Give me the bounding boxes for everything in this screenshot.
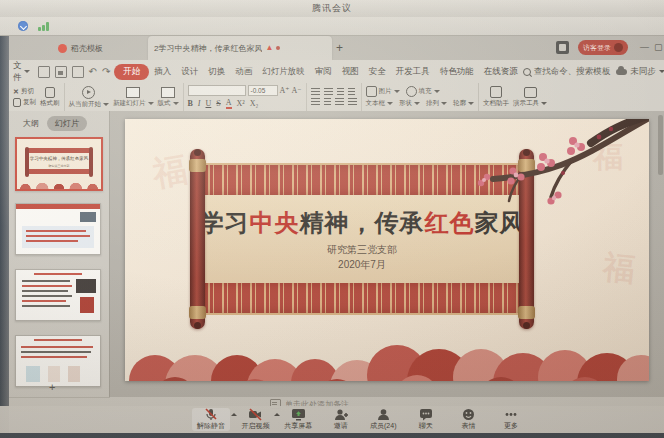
present-tools-button[interactable]: 演示工具 <box>513 87 547 108</box>
slide-thumbnail-2[interactable] <box>15 203 101 255</box>
superscript-button[interactable]: X² <box>237 99 245 108</box>
tab-online-resources[interactable]: 在线资源 <box>479 64 523 80</box>
add-slide-button[interactable]: + <box>49 381 55 393</box>
tab-design[interactable]: 设计 <box>176 64 203 80</box>
minimize-button[interactable]: — <box>640 43 649 52</box>
share-screen-button[interactable]: 共享屏幕 <box>281 408 315 431</box>
subscript-button[interactable]: X₂ <box>250 99 259 108</box>
cut-button[interactable]: ✕剪切 <box>13 87 36 96</box>
guest-login-button[interactable]: 访客登录 <box>578 40 628 55</box>
maximize-button[interactable]: ▢ <box>654 43 663 52</box>
meeting-shield-icon[interactable] <box>18 21 28 31</box>
outline-button[interactable]: 轮廓 <box>453 99 474 108</box>
network-signal-icon[interactable] <box>38 22 52 31</box>
tab-features[interactable]: 特色功能 <box>435 64 479 80</box>
paragraph-group <box>307 83 362 111</box>
line-spacing-icon[interactable] <box>348 98 357 106</box>
tab-document[interactable]: 2学习中央精神，传承红色家风 ▲ <box>148 36 332 60</box>
chat-button[interactable]: 聊天 <box>409 408 443 431</box>
play-from-current-button[interactable]: 从当前开始 <box>69 86 110 109</box>
align-left-icon[interactable] <box>311 98 320 106</box>
bold-button[interactable]: B <box>188 99 193 108</box>
unmute-button[interactable]: 解除静音 <box>192 408 230 431</box>
caret-up-icon[interactable] <box>274 413 280 416</box>
align-right-icon[interactable] <box>335 98 344 106</box>
strikethrough-button[interactable]: S <box>216 99 220 108</box>
cloud-scallop-border <box>125 323 649 381</box>
outline-tab[interactable]: 大纲 <box>23 118 39 129</box>
picture-button[interactable]: 图片 <box>366 86 400 97</box>
shapes-button[interactable]: 形状 <box>399 99 420 108</box>
slide-group: 从当前开始 新建幻灯片 版式 <box>65 83 184 111</box>
underline-button[interactable]: U <box>206 99 212 108</box>
align-center-icon[interactable] <box>324 98 331 106</box>
arrange-button[interactable]: 排列 <box>426 99 447 108</box>
invite-button[interactable]: 邀请 <box>324 408 358 431</box>
new-file-icon[interactable] <box>38 66 50 78</box>
slide-subtitle-2[interactable]: 2020年7月 <box>338 258 386 272</box>
copy-button[interactable]: 复制 <box>13 98 36 107</box>
font-size-input[interactable]: -0.05 <box>248 85 278 96</box>
chat-icon <box>419 408 433 421</box>
tab-docer-templates[interactable]: 稻壳模板 <box>58 36 103 60</box>
bullet-list-icon[interactable] <box>311 88 320 96</box>
layout-icon <box>161 87 175 98</box>
canvas-scrollbar[interactable] <box>658 115 663 175</box>
cloud-icon <box>616 69 627 75</box>
monitor-icon <box>524 87 537 98</box>
slide-thumbnail-1-selected[interactable]: 学习中央精神，传承红色家风 研究第三党支部 <box>15 137 103 191</box>
guest-login-label: 访客登录 <box>583 43 611 53</box>
tab-devtools[interactable]: 开发工具 <box>391 64 435 80</box>
font-name-input[interactable] <box>188 85 246 96</box>
share-screen-icon <box>291 408 306 421</box>
emoji-button[interactable]: 表情 <box>451 408 485 431</box>
tab-transition[interactable]: 切换 <box>203 64 230 80</box>
clipboard-group: ✕剪切 复制 格式刷 <box>9 83 65 111</box>
undo-icon[interactable]: ↶ <box>89 67 97 77</box>
command-search[interactable]: 查找命令、搜索模板 <box>523 66 611 78</box>
more-button[interactable]: 更多 <box>494 408 528 431</box>
indent-increase-icon[interactable] <box>348 88 355 96</box>
tab-document-label: 2学习中央精神，传承红色家风 <box>154 43 262 54</box>
tab-docer-label: 稻壳模板 <box>71 43 103 54</box>
doc-assistant-button[interactable]: 文档助手 <box>483 86 509 108</box>
slide-thumbnail-3[interactable] <box>15 269 101 321</box>
quick-access-toolbar: ↶ ↷ <box>38 66 111 78</box>
menu-row: 文件 ↶ ↷ 开始 插入 设计 切换 动画 幻灯片放映 审阅 视图 安全 开发工… <box>9 60 664 83</box>
picture-icon <box>366 86 377 97</box>
tab-slideshow[interactable]: 幻灯片放映 <box>257 64 310 80</box>
tab-insert[interactable]: 插入 <box>149 64 176 80</box>
chevron-down-icon <box>148 102 154 105</box>
redo-icon[interactable]: ↷ <box>102 67 110 77</box>
members-button[interactable]: 成员(24) <box>366 408 400 431</box>
slides-tab[interactable]: 幻灯片 <box>47 116 87 131</box>
print-icon[interactable] <box>72 66 84 78</box>
new-slide-button[interactable]: 新建幻灯片 <box>113 87 154 108</box>
start-video-button[interactable]: 开启视频 <box>239 408 273 431</box>
tab-review[interactable]: 审阅 <box>310 64 337 80</box>
indent-decrease-icon[interactable] <box>337 88 344 96</box>
file-menu-button[interactable]: 文件 <box>13 60 30 84</box>
slide-thumbnail-4[interactable] <box>15 335 101 387</box>
decrease-font-icon[interactable]: A⁻ <box>292 86 302 95</box>
format-painter-button[interactable]: 格式刷 <box>40 87 60 108</box>
sync-status-button[interactable]: 未同步 <box>616 66 664 78</box>
font-color-button[interactable]: A <box>226 98 232 109</box>
italic-button[interactable]: I <box>198 99 201 108</box>
tab-animation[interactable]: 动画 <box>230 64 257 80</box>
window-badge-icon[interactable] <box>556 41 569 54</box>
new-tab-button[interactable]: + <box>336 36 343 60</box>
tab-view[interactable]: 视图 <box>337 64 364 80</box>
save-icon[interactable] <box>55 66 67 78</box>
layout-button[interactable]: 版式 <box>158 87 179 108</box>
fill-button[interactable]: 填充 <box>406 86 440 97</box>
slide-subtitle-1[interactable]: 研究第三党支部 <box>327 243 397 257</box>
number-list-icon[interactable] <box>324 88 333 96</box>
caret-up-icon[interactable] <box>231 413 237 416</box>
tab-home[interactable]: 开始 <box>114 64 149 80</box>
slide-editor[interactable]: 福 福 福 福 学习中央精神，传承红色家风 研究第三党支部 2020年7月 <box>125 119 649 381</box>
increase-font-icon[interactable]: A⁺ <box>280 86 290 95</box>
mic-muted-icon <box>204 408 218 421</box>
tab-security[interactable]: 安全 <box>364 64 391 80</box>
text-box-button[interactable]: 文本框 <box>366 99 394 108</box>
